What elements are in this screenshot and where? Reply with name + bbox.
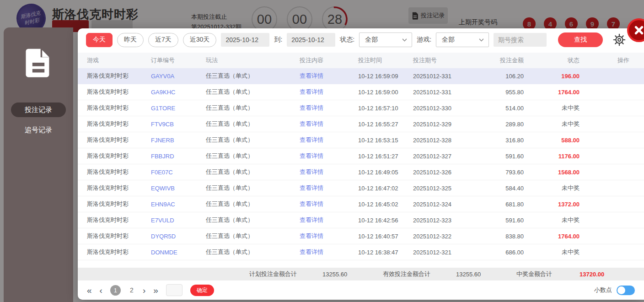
bet-records-modal: 今天昨天近7天近30天 2025-10-12 到: 2025-10-12 状态:… [78,28,644,300]
table-row: 斯洛伐克时时彩FTV9CB任三直选（单式）查看详情10-12 16:55:272… [78,116,644,132]
cell-game: 斯洛伐克时时彩 [87,152,151,160]
gear-icon[interactable] [613,33,626,46]
prev-page-button[interactable]: ‹ [100,286,102,295]
view-details-link[interactable]: 查看详情 [300,152,358,160]
quick-filter-button[interactable]: 近30天 [183,33,217,47]
order-link[interactable]: GA9KHC [151,89,206,96]
order-link[interactable]: FJNERB [151,137,206,144]
page-number-1[interactable]: 1 [110,285,121,296]
order-link[interactable]: F0E07C [151,169,206,176]
cell-amount: 514.00 [482,105,524,112]
status-select-value: 全部 [365,36,378,44]
order-link[interactable]: G1TORE [151,105,206,112]
view-details-link[interactable]: 查看详情 [300,248,358,256]
order-link[interactable]: DONMDE [151,249,206,256]
cell-amount: 591.60 [482,217,524,224]
cell-game: 斯洛伐克时时彩 [87,88,151,96]
col-game: 游戏 [87,56,151,65]
view-details-link[interactable]: 查看详情 [300,232,358,240]
win-total-label: 中奖金额合计 [516,270,580,278]
order-link[interactable]: EQWIVB [151,185,206,192]
cell-game: 斯洛伐克时时彩 [87,104,151,112]
date-from-input[interactable]: 2025-10-12 [221,33,269,47]
game-label: 游戏: [417,36,431,44]
chevron-down-icon [402,38,407,42]
view-details-link[interactable]: 查看详情 [300,216,358,224]
win-total-value: 13720.00 [580,271,604,278]
table-row: 斯洛伐克时时彩G1TORE任三直选（单式）查看详情10-12 16:57:102… [78,100,644,116]
page-number-2[interactable]: 2 [129,286,135,294]
view-details-link[interactable]: 查看详情 [300,104,358,112]
cell-time: 10-12 16:47:02 [358,185,413,192]
confirm-button[interactable]: 确定 [190,285,214,296]
cell-time: 10-12 16:45:02 [358,201,413,208]
status-select[interactable]: 全部 [359,32,412,47]
decimal-label: 小数点 [594,286,612,294]
date-to-input[interactable]: 2025-10-12 [287,33,335,47]
page-jump-input[interactable] [166,284,182,296]
col-amount: 投注金额 [482,56,524,65]
sidebar-item-bet-records[interactable]: 投注记录 [11,102,66,117]
first-page-button[interactable]: « [87,286,92,295]
order-link[interactable]: FBBJRD [151,153,206,160]
cell-time: 10-12 16:40:57 [358,233,413,240]
cell-period: 20251012-324 [413,201,482,208]
order-link[interactable]: GAYV0A [151,73,206,80]
cell-status: 未中奖 [524,104,580,112]
table-row: 斯洛伐克时时彩F0E07C任三直选（单式）查看详情10-12 16:49:052… [78,164,644,180]
sidebar-menu: 投注记录追号记录 [11,102,66,137]
cell-period: 20251012-329 [413,121,482,128]
cell-play: 任三直选（单式） [206,200,300,208]
cell-status: 1764.00 [524,89,580,96]
cell-game: 斯洛伐克时时彩 [87,216,151,224]
page-numbers: 12 [110,285,135,296]
cell-game: 斯洛伐克时时彩 [87,232,151,240]
view-details-link[interactable]: 查看详情 [300,120,358,128]
table-header: 游戏 订单编号 玩法 投注内容 投注时间 投注期号 投注金额 状态 操作 [78,53,644,68]
table-body: 斯洛伐克时时彩GAYV0A任三直选（单式）查看详情10-12 16:59:092… [78,68,644,260]
view-details-link[interactable]: 查看详情 [300,184,358,192]
quick-filters: 今天昨天近7天近30天 [86,33,216,47]
cell-time: 10-12 16:59:00 [358,89,413,96]
summary-row: 计划投注金额合计 13255.60 有效投注金额合计 13255.60 中奖金额… [78,268,644,280]
order-link[interactable]: FTV9CB [151,121,206,128]
modal-sidebar: 投注记录追号记录 [4,27,73,302]
quick-filter-button[interactable]: 近7天 [148,33,178,47]
view-details-link[interactable]: 查看详情 [300,168,358,176]
cell-time: 10-12 16:51:27 [358,153,413,160]
quick-filter-button[interactable]: 今天 [86,33,113,47]
order-link[interactable]: DYQR5D [151,233,206,240]
cell-amount: 793.60 [482,169,524,176]
sidebar-item-chase-records[interactable]: 追号记录 [11,123,66,137]
cell-period: 20251012-325 [413,185,482,192]
cell-play: 任三直选（单式） [206,88,300,96]
cell-time: 10-12 16:57:10 [358,105,413,112]
cell-period: 20251012-331 [413,73,482,80]
date-to-label: 到: [274,36,282,44]
cell-amount: 686.00 [482,249,524,256]
chevron-down-icon [479,38,484,42]
view-details-link[interactable]: 查看详情 [300,136,358,144]
period-search-input[interactable] [494,33,547,47]
cell-status: 1372.00 [524,201,580,208]
cell-game: 斯洛伐克时时彩 [87,168,151,176]
cell-amount: 955.80 [482,89,524,96]
view-details-link[interactable]: 查看详情 [300,88,358,96]
next-page-button[interactable]: › [143,286,145,295]
view-details-link[interactable]: 查看详情 [300,200,358,208]
find-button[interactable]: 查找 [558,32,603,47]
toggle-knob [617,286,625,294]
cell-time: 10-12 16:42:56 [358,217,413,224]
last-page-button[interactable]: » [153,286,158,295]
view-details-link[interactable]: 查看详情 [300,72,358,80]
cell-time: 10-12 16:53:15 [358,137,413,144]
game-select[interactable]: 全部 [436,32,489,47]
order-link[interactable]: EHN9AC [151,201,206,208]
valid-total-label: 有效投注金额合计 [383,270,456,278]
cell-period: 20251012-322 [413,233,482,240]
decimal-toggle[interactable] [617,286,635,295]
status-label: 状态: [340,36,354,44]
quick-filter-button[interactable]: 昨天 [117,33,144,47]
order-link[interactable]: E7VULD [151,217,206,224]
cell-amount: 316.80 [482,137,524,144]
